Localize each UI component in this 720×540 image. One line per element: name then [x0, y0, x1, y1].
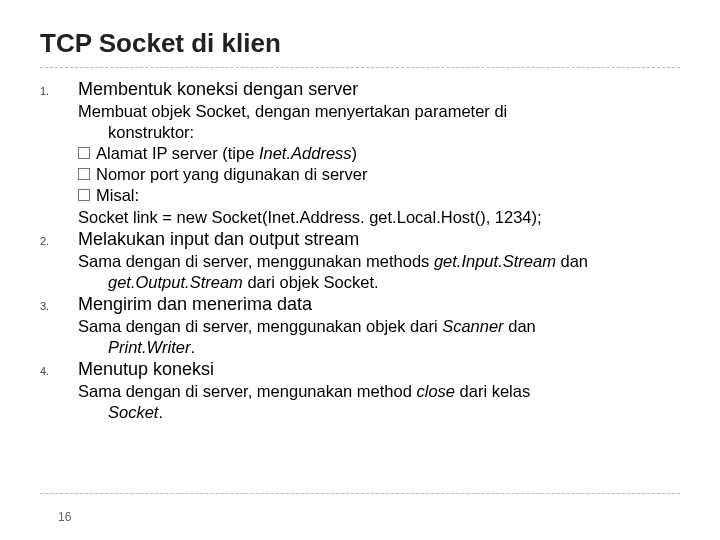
body-line: Socket.	[78, 402, 680, 423]
item-heading: Mengirim dan menerima data	[78, 293, 312, 316]
item-heading: Menutup koneksi	[78, 358, 214, 381]
item-number: 3.	[40, 295, 78, 313]
check-text: Misal:	[96, 186, 139, 204]
check-text: Alamat IP server (tipe Inet.Address)	[96, 144, 357, 162]
footer-divider	[40, 493, 680, 494]
item-body: Sama dengan di server, menggunakan metho…	[78, 251, 680, 293]
item-heading: Membentuk koneksi dengan server	[78, 78, 358, 101]
item-number: 4.	[40, 360, 78, 378]
list-item: 2. Melakukan input dan output stream	[40, 228, 680, 251]
list-item: 1. Membentuk koneksi dengan server	[40, 78, 680, 101]
page-number: 16	[58, 510, 71, 524]
list-item: 3. Mengirim dan menerima data	[40, 293, 680, 316]
body-line: Membuat objek Socket, dengan menyertakan…	[78, 101, 680, 122]
body-line: Sama dengan di server, mengunakan method…	[78, 381, 680, 402]
body-line: Sama dengan di server, menggunakan metho…	[78, 251, 680, 272]
slide: TCP Socket di klien 1. Membentuk koneksi…	[0, 0, 720, 540]
item-number: 1.	[40, 80, 78, 98]
body-line: konstruktor:	[78, 122, 680, 143]
check-line: Nomor port yang digunakan di server	[78, 164, 680, 185]
check-line: Misal:	[78, 185, 680, 206]
title-divider	[40, 67, 680, 68]
body-line: Sama dengan di server, menggunakan objek…	[78, 316, 680, 337]
checkbox-icon	[78, 189, 90, 201]
item-body: Sama dengan di server, mengunakan method…	[78, 381, 680, 423]
slide-title: TCP Socket di klien	[40, 28, 680, 59]
item-body: Membuat objek Socket, dengan menyertakan…	[78, 101, 680, 228]
body-line: Print.Writer.	[78, 337, 680, 358]
body-line: get.Output.Stream dari objek Socket.	[78, 272, 680, 293]
code-line: Socket link = new Socket(Inet.Address. g…	[78, 207, 680, 228]
check-line: Alamat IP server (tipe Inet.Address)	[78, 143, 680, 164]
list-item: 4. Menutup koneksi	[40, 358, 680, 381]
check-text: Nomor port yang digunakan di server	[96, 165, 367, 183]
checkbox-icon	[78, 147, 90, 159]
item-number: 2.	[40, 230, 78, 248]
item-heading: Melakukan input dan output stream	[78, 228, 359, 251]
item-body: Sama dengan di server, menggunakan objek…	[78, 316, 680, 358]
content-area: 1. Membentuk koneksi dengan server Membu…	[40, 78, 680, 423]
checkbox-icon	[78, 168, 90, 180]
